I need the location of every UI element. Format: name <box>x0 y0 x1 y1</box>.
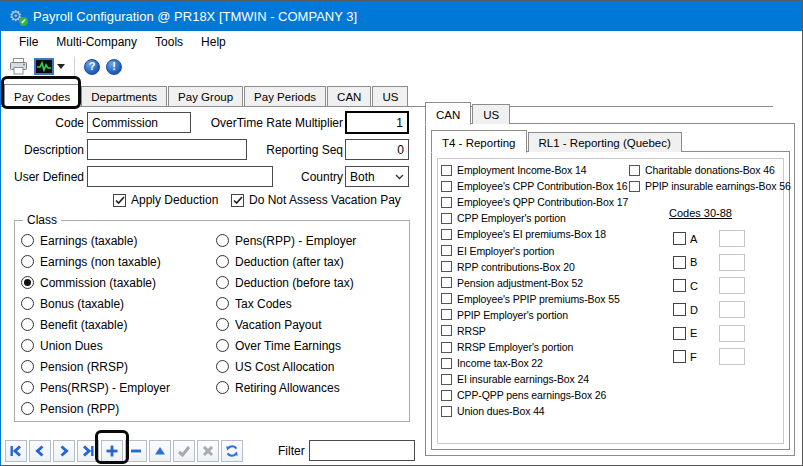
right-tab-us[interactable]: US <box>472 104 510 124</box>
refresh-button[interactable] <box>221 440 243 462</box>
t4-box22[interactable]: Income tax-Box 22 <box>441 355 628 371</box>
t4-box20[interactable]: RPP contributions-Box 20 <box>441 259 628 275</box>
no-vacation-checkbox[interactable]: Do Not Assess Vacation Pay <box>231 193 401 207</box>
t4-box14[interactable]: Employment Income-Box 14 <box>441 162 628 178</box>
radio-pens-rpp-employer[interactable]: Pens(RPP) - Employer <box>216 230 356 251</box>
radio-tax-codes[interactable]: Tax Codes <box>216 293 356 314</box>
t4-box18[interactable]: Employee's EI premiums-Box 18 <box>441 226 628 242</box>
code-row-c: C <box>673 274 745 298</box>
first-record-button[interactable] <box>5 440 27 462</box>
overtime-input[interactable] <box>345 111 409 134</box>
t4-rrsp[interactable]: RRSP <box>441 323 628 339</box>
radio-union-dues[interactable]: Union Dues <box>21 335 170 356</box>
radio-bonus-taxable[interactable]: Bonus (taxable) <box>21 293 170 314</box>
codes-list: A B C D E F <box>673 227 745 369</box>
plus-icon <box>105 444 119 458</box>
code-label: Code <box>1 116 84 130</box>
code-f-checkbox[interactable] <box>673 350 686 363</box>
radio-us-cost-allocation[interactable]: US Cost Allocation <box>216 356 356 377</box>
window-title: Payroll Configuration @ PR18X [TMWIN - C… <box>33 9 357 24</box>
radio-earnings-non-taxable[interactable]: Earnings (non taxable) <box>21 251 170 272</box>
t4-box55[interactable]: Employee's PPIP premiums-Box 55 <box>441 291 628 307</box>
radio-retiring-allowances[interactable]: Retiring Allowances <box>216 377 356 398</box>
code-f-input[interactable] <box>719 348 745 365</box>
export-dropdown-arrow[interactable] <box>57 64 65 69</box>
about-button[interactable]: ! <box>103 55 125 79</box>
t4-cpp-employer[interactable]: CPP Employer's portion <box>441 210 628 226</box>
help-icon: ? <box>84 59 100 75</box>
t4-box26[interactable]: CPP-QPP pens earnings-Box 26 <box>441 387 628 403</box>
t4-ei-employer[interactable]: EI Employer's portion <box>441 242 628 258</box>
menu-file[interactable]: File <box>10 33 47 51</box>
tab-departments[interactable]: Departments <box>81 86 167 106</box>
help-button[interactable]: ? <box>81 55 103 79</box>
tab-rl1-reporting[interactable]: RL1 - Reporting (Quebec) <box>528 132 682 152</box>
code-b-checkbox[interactable] <box>673 256 686 269</box>
menu-tools[interactable]: Tools <box>146 33 192 51</box>
check-icon <box>177 444 191 458</box>
code-a-input[interactable] <box>719 230 745 247</box>
menu-multi-company[interactable]: Multi-Company <box>47 33 146 51</box>
t4-box17[interactable]: Employee's QPP Contribution-Box 17 <box>441 194 628 210</box>
radio-pension-rpp[interactable]: Pension (RPP) <box>21 398 170 419</box>
refresh-icon <box>225 444 239 458</box>
print-button[interactable] <box>6 55 31 79</box>
radio-vacation-payout[interactable]: Vacation Payout <box>216 314 356 335</box>
filter-input[interactable] <box>309 440 415 461</box>
post-record-button[interactable] <box>173 440 195 462</box>
code-b-input[interactable] <box>719 254 745 271</box>
t4-box44[interactable]: Union dues-Box 44 <box>441 403 628 419</box>
radio-pens-rrsp-employer[interactable]: Pens(RRSP) - Employer <box>21 377 170 398</box>
main-tab-strip: Pay Codes Departments Pay Group Pay Peri… <box>1 81 773 107</box>
title-bar: ⚙✓ Payroll Configuration @ PR18X [TMWIN … <box>1 1 802 31</box>
code-d-checkbox[interactable] <box>673 303 686 316</box>
t4-box24[interactable]: EI insurable earnings-Box 24 <box>441 371 628 387</box>
next-record-button[interactable] <box>53 440 75 462</box>
edit-record-button[interactable] <box>149 440 171 462</box>
radio-earnings-taxable[interactable]: Earnings (taxable) <box>21 230 170 251</box>
check-icon <box>115 196 125 205</box>
radio-commission-taxable[interactable]: Commission (taxable) <box>21 272 170 293</box>
menu-help[interactable]: Help <box>192 33 235 51</box>
t4-box46[interactable]: Charitable donations-Box 46 <box>629 162 791 178</box>
code-d-input[interactable] <box>719 301 745 318</box>
tab-t4-reporting[interactable]: T4 - Reporting <box>431 130 527 153</box>
no-vacation-label: Do Not Assess Vacation Pay <box>249 193 401 207</box>
insert-record-button[interactable] <box>101 440 123 462</box>
radio-deduction-after-tax[interactable]: Deduction (after tax) <box>216 251 356 272</box>
tab-pay-periods[interactable]: Pay Periods <box>244 86 326 106</box>
code-row-b: B <box>673 251 745 275</box>
apply-deduction-checkbox[interactable]: Apply Deduction <box>113 193 218 207</box>
tab-pay-group[interactable]: Pay Group <box>168 86 243 106</box>
tab-can[interactable]: CAN <box>327 86 371 106</box>
cancel-record-button[interactable] <box>197 440 219 462</box>
delete-record-button[interactable] <box>125 440 147 462</box>
t4-box16[interactable]: Employee's CPP Contribution-Box 16 <box>441 178 628 194</box>
reporting-seq-input[interactable] <box>345 139 409 160</box>
code-a-checkbox[interactable] <box>673 232 686 245</box>
code-c-checkbox[interactable] <box>673 279 686 292</box>
prior-record-button[interactable] <box>29 440 51 462</box>
code-e-checkbox[interactable] <box>673 327 686 340</box>
right-tab-can[interactable]: CAN <box>425 102 471 125</box>
t4-rrsp-employer[interactable]: RRSP Employer's portion <box>441 339 628 355</box>
data-export-button[interactable] <box>31 55 68 79</box>
t4-ppip-employer[interactable]: PPIP Employer's portion <box>441 307 628 323</box>
last-record-button[interactable] <box>77 440 99 462</box>
radio-benefit-taxable[interactable]: Benefit (taxable) <box>21 314 170 335</box>
t4-box56[interactable]: PPIP insurable earnings-Box 56 <box>629 178 791 194</box>
radio-deduction-before-tax[interactable]: Deduction (before tax) <box>216 272 356 293</box>
tab-pay-codes[interactable]: Pay Codes <box>4 84 80 107</box>
chevron-down-icon <box>395 174 404 180</box>
t4-box52[interactable]: Pension adjustment-Box 52 <box>441 275 628 291</box>
t4-checkbox-list: Employment Income-Box 14 Employee's CPP … <box>441 162 628 420</box>
code-c-input[interactable] <box>719 277 745 294</box>
class-radio-column-left: Earnings (taxable) Earnings (non taxable… <box>21 230 170 419</box>
code-e-input[interactable] <box>719 325 745 342</box>
country-select[interactable]: Both <box>345 166 409 187</box>
radio-pension-rrsp[interactable]: Pension (RRSP) <box>21 356 170 377</box>
tab-us[interactable]: US <box>372 86 408 106</box>
radio-over-time-earnings[interactable]: Over Time Earnings <box>216 335 356 356</box>
code-row-d: D <box>673 298 745 322</box>
about-icon: ! <box>106 59 122 75</box>
